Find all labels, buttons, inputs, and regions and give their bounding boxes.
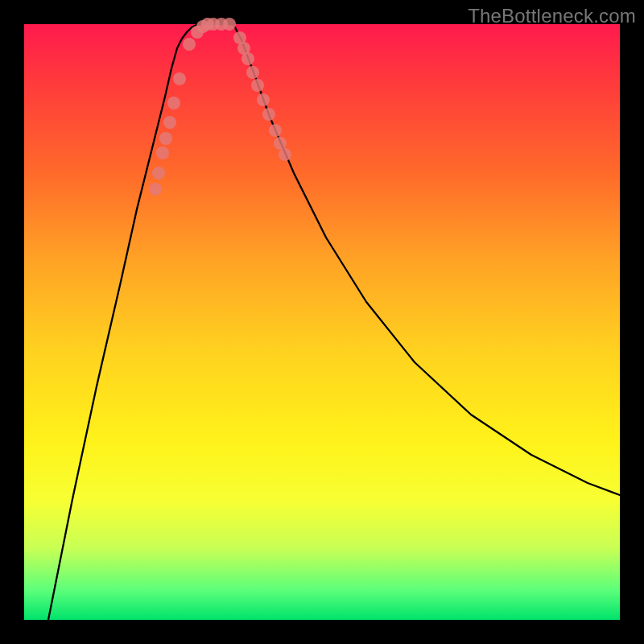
marker-dot xyxy=(257,93,270,106)
marker-dot xyxy=(251,79,264,92)
series-right-arm xyxy=(233,24,620,495)
marker-dot xyxy=(173,72,186,85)
marker-dot xyxy=(279,148,291,161)
series-left-arm xyxy=(48,24,201,620)
outer-frame: TheBottleneck.com xyxy=(0,0,644,644)
chart-svg xyxy=(24,24,620,620)
marker-dot xyxy=(152,167,165,180)
marker-dot xyxy=(269,124,282,137)
marker-dot xyxy=(163,116,176,129)
markers-group xyxy=(149,18,291,196)
marker-dot xyxy=(223,18,236,31)
marker-dot xyxy=(149,183,162,196)
marker-dot xyxy=(167,97,180,109)
marker-dot xyxy=(159,132,172,145)
marker-dot xyxy=(156,147,169,159)
series-group xyxy=(48,24,620,620)
marker-dot xyxy=(274,137,287,150)
marker-dot xyxy=(242,52,254,65)
marker-dot xyxy=(262,108,275,121)
plot-area xyxy=(24,24,620,620)
marker-dot xyxy=(246,66,259,79)
marker-dot xyxy=(183,38,196,51)
